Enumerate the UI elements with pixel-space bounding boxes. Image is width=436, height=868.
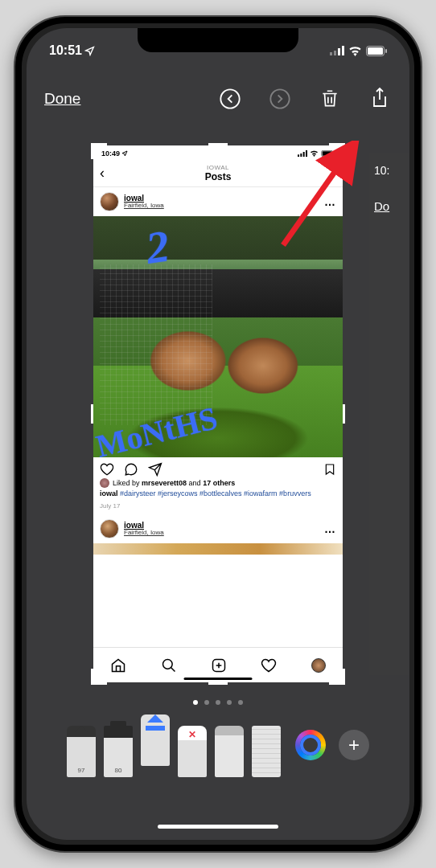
- svg-rect-16: [323, 151, 332, 156]
- more-icon: …: [324, 522, 336, 535]
- page-dot[interactable]: [216, 700, 220, 705]
- inner-nav-header: ‹ IOWAL Posts: [93, 160, 343, 187]
- undo-button[interactable]: [218, 87, 242, 111]
- home-indicator[interactable]: [158, 825, 278, 829]
- svg-point-8: [270, 89, 289, 108]
- crop-handle-left[interactable]: [91, 404, 93, 424]
- color-picker[interactable]: [295, 730, 326, 760]
- post-actions: [93, 457, 343, 478]
- delete-button[interactable]: [318, 87, 342, 111]
- battery-icon: [321, 150, 335, 157]
- crop-handle-tl[interactable]: [91, 143, 107, 145]
- page-dot[interactable]: [227, 700, 232, 705]
- ruler-tool[interactable]: [252, 726, 281, 777]
- page-indicator: [27, 700, 409, 705]
- svg-rect-5: [368, 47, 383, 55]
- markup-tools: 97 80 +: [27, 713, 409, 777]
- search-icon: [161, 657, 177, 674]
- done-button[interactable]: Done: [44, 90, 80, 108]
- svg-rect-0: [330, 52, 332, 55]
- battery-icon: [366, 46, 387, 56]
- crop-handle-br[interactable]: [343, 669, 345, 685]
- comment-icon: [124, 462, 138, 477]
- crop-handle-tr[interactable]: [343, 143, 345, 159]
- wifi-icon: [310, 150, 319, 157]
- markup-handwriting-top: 2: [143, 219, 175, 274]
- post2-header: iowal Fairfield, Iowa …: [93, 514, 343, 543]
- screenshot-canvas: 10:49 ‹ IOWAL P: [27, 133, 409, 695]
- location-arrow-icon: [84, 46, 95, 56]
- activity-icon: [261, 657, 277, 674]
- svg-rect-14: [306, 150, 307, 157]
- post-location: Fairfield, Iowa: [124, 203, 319, 210]
- crop-handle-bl[interactable]: [91, 682, 107, 685]
- bookmark-icon: [323, 462, 336, 477]
- add-shape-button[interactable]: +: [339, 730, 369, 760]
- wifi-icon: [348, 46, 362, 56]
- screen: 10:51 Done: [27, 28, 409, 840]
- send-icon: [148, 462, 162, 477]
- liker-avatar: [100, 478, 109, 488]
- svg-rect-17: [333, 152, 334, 154]
- header-title: Posts: [205, 171, 232, 182]
- post2-photo-peek: [93, 543, 343, 555]
- liker-name: mrseverett08: [142, 479, 187, 487]
- caption-user: iowal: [100, 489, 118, 497]
- heart-icon: [100, 462, 114, 477]
- cellular-icon: [298, 150, 307, 157]
- redo-button[interactable]: [268, 87, 292, 111]
- more-icon: …: [324, 195, 336, 208]
- page-dot[interactable]: [193, 700, 198, 705]
- post-caption: iowal #dairysteer #jerseycows #bottlecal…: [93, 488, 343, 501]
- post-header: iowal Fairfield, Iowa …: [93, 187, 343, 216]
- likes-others: 17 others: [203, 479, 235, 487]
- profile-tab-avatar: [311, 658, 326, 673]
- eraser-tool[interactable]: [178, 726, 207, 777]
- avatar: [100, 192, 119, 211]
- svg-rect-11: [298, 154, 299, 157]
- back-icon: ‹: [100, 165, 105, 182]
- location-arrow-icon: [121, 150, 128, 157]
- marker-tool[interactable]: 80: [104, 726, 133, 777]
- svg-rect-6: [385, 49, 387, 53]
- home-icon: [110, 657, 126, 674]
- page-dot[interactable]: [238, 700, 243, 705]
- post-date: July 17: [93, 501, 343, 514]
- caption-tags: #dairysteer #jerseycows #bottlecalves #i…: [120, 489, 311, 497]
- screenshot-page[interactable]: 10:49 ‹ IOWAL P: [93, 145, 343, 682]
- markup-handwriting-bottom: MoNtHS: [93, 399, 221, 457]
- post-photo: 2 MoNtHS: [93, 216, 343, 457]
- svg-point-7: [220, 89, 239, 108]
- post2-location: Fairfield, Iowa: [124, 530, 319, 537]
- inner-status-time: 10:49: [101, 149, 120, 158]
- svg-rect-1: [334, 51, 336, 55]
- pencil-tool[interactable]: [141, 714, 170, 766]
- crop-handle-bl[interactable]: [91, 669, 93, 685]
- screenshot-content: 10:49 ‹ IOWAL P: [93, 145, 343, 682]
- markup-toolbar: Done: [27, 75, 409, 123]
- svg-rect-3: [342, 46, 344, 55]
- page-dot[interactable]: [204, 700, 209, 705]
- svg-rect-12: [300, 154, 302, 157]
- header-username: IOWAL: [205, 164, 232, 171]
- crop-handle-bottom[interactable]: [208, 682, 228, 685]
- svg-point-18: [162, 659, 172, 669]
- crop-handle-top[interactable]: [208, 143, 228, 145]
- share-button[interactable]: [368, 87, 392, 111]
- inner-home-indicator: [184, 678, 253, 680]
- pen-tool[interactable]: 97: [67, 726, 96, 777]
- crop-handle-right[interactable]: [343, 404, 345, 424]
- avatar: [100, 519, 119, 538]
- inner-status-bar: 10:49: [93, 145, 343, 160]
- status-time: 10:51: [49, 43, 82, 58]
- notch: [138, 28, 298, 52]
- lasso-tool[interactable]: [215, 726, 244, 777]
- add-post-icon: [211, 657, 227, 674]
- svg-rect-13: [303, 152, 305, 157]
- svg-rect-2: [338, 48, 340, 55]
- post-likes: Liked by mrseverett08 and 17 others: [93, 478, 343, 488]
- phone-frame: 10:51 Done: [14, 15, 422, 853]
- cellular-icon: [330, 46, 344, 55]
- crop-handle-tl[interactable]: [91, 143, 93, 159]
